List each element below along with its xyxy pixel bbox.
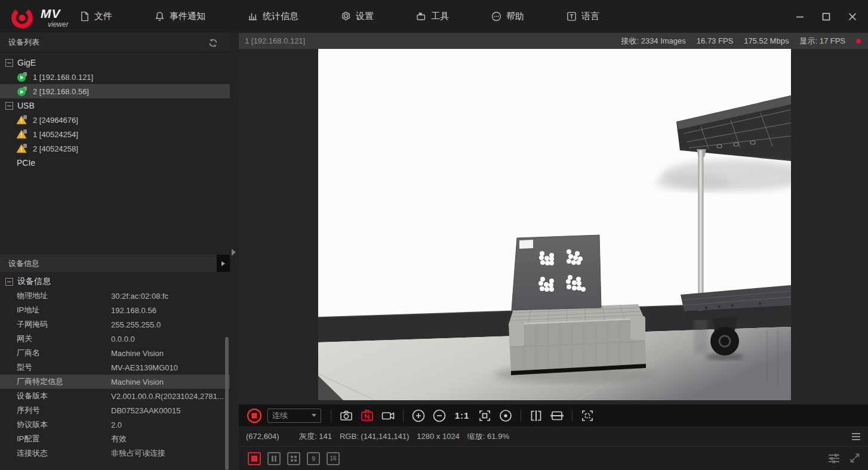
fit-window-button[interactable]	[477, 408, 493, 423]
layout-sixteen-button[interactable]: 16	[327, 452, 340, 465]
device-info-scrollbar[interactable]	[225, 337, 229, 470]
device-info-title: 设备信息	[8, 258, 39, 269]
menu-language[interactable]: 语言	[566, 11, 599, 22]
app-logo: MV viewer	[10, 3, 87, 30]
layout-four-button[interactable]	[287, 452, 300, 465]
corner-tools	[827, 452, 861, 464]
two-view-icon	[275, 456, 276, 462]
split-horizontal-button[interactable]	[549, 408, 565, 423]
info-label: 厂商名	[17, 348, 111, 358]
menu-help-label: 帮助	[506, 11, 524, 22]
main-view: 1 [192.168.0.121] 接收: 2334 Images 16.73 …	[239, 33, 868, 470]
info-label: 设备版本	[17, 391, 111, 401]
layout-nine-button[interactable]: 9	[307, 452, 320, 465]
maximize-button[interactable]	[813, 0, 839, 33]
view-tab[interactable]: 1 [192.168.0.121]	[245, 36, 305, 45]
file-icon	[79, 11, 90, 22]
menu-event-label: 事件通知	[170, 11, 205, 22]
info-row[interactable]: 网关0.0.0.0	[0, 332, 230, 346]
close-button[interactable]	[839, 0, 866, 33]
info-value: 192.168.0.56	[111, 306, 156, 315]
collapse-icon[interactable]	[5, 102, 13, 110]
device-item-usb-2[interactable]: 1 [40524254]	[0, 127, 230, 141]
device-group-usb[interactable]: USB	[0, 98, 230, 113]
info-label: 序列号	[17, 405, 111, 416]
layout-two-button[interactable]	[267, 452, 281, 465]
bell-icon	[154, 11, 165, 22]
trigger-mode-value: 连续	[272, 410, 288, 421]
bandwidth-value: 175.52 Mbps	[744, 36, 789, 45]
multi-view-button[interactable]	[580, 408, 595, 423]
record-button[interactable]	[380, 408, 396, 423]
device-info-expand-button[interactable]	[217, 255, 230, 272]
actual-size-button[interactable]: 1:1	[453, 408, 472, 423]
adjust-settings-icon[interactable]	[827, 452, 841, 464]
zoom-in-button[interactable]	[411, 408, 426, 423]
camera-warning-icon	[17, 143, 27, 154]
refresh-icon[interactable]	[207, 37, 219, 49]
gray-value: 灰度: 141	[299, 431, 332, 442]
menu-hamburger-icon[interactable]	[850, 431, 862, 443]
view-tab-bar: 1 [192.168.0.121] 接收: 2334 Images 16.73 …	[239, 33, 868, 49]
logo-text-mv: MV	[41, 7, 61, 21]
menu-settings[interactable]: 设置	[340, 11, 374, 22]
cursor-coordinates: (672,604)	[246, 432, 291, 441]
split-vertical-button[interactable]	[528, 408, 544, 423]
info-value: 有效	[111, 434, 127, 444]
group-label: GigE	[17, 58, 36, 67]
zoom-out-button[interactable]	[432, 408, 447, 423]
fullscreen-icon[interactable]	[849, 452, 861, 464]
info-row[interactable]: 设备版本V2.001.00.0.R(20231024,2781...	[0, 389, 230, 403]
stop-acquisition-button[interactable]	[247, 408, 262, 423]
device-label: 2 [40524258]	[33, 144, 78, 153]
device-group-pcie[interactable]: PCIe	[0, 156, 230, 170]
info-row[interactable]: IP配置有效	[0, 432, 230, 446]
trigger-mode-dropdown[interactable]: 连续	[267, 409, 321, 423]
device-item-gige-2-selected[interactable]: 2 [192.168.0.56]	[0, 84, 230, 98]
info-row[interactable]: IP地址192.168.0.56	[0, 303, 230, 317]
main-menu: 文件 事件通知 统计信息 设置	[79, 0, 599, 33]
center-view-button[interactable]	[498, 408, 513, 423]
menu-tools[interactable]: 工具	[415, 11, 449, 22]
one-to-one-label: 1:1	[455, 410, 470, 420]
menu-event-notification[interactable]: 事件通知	[154, 11, 205, 22]
device-item-usb-1[interactable]: 2 [24964676]	[0, 113, 230, 127]
menu-language-label: 语言	[581, 11, 599, 22]
info-row[interactable]: 连接状态非独占可读连接	[0, 446, 230, 460]
minimize-icon	[796, 13, 804, 21]
info-row[interactable]: 物理地址30:2f:ac:02:08:fc	[0, 289, 230, 303]
info-row[interactable]: 序列号DB07523AAK00015	[0, 403, 230, 418]
info-label: IP配置	[17, 434, 111, 444]
device-group-gige[interactable]: GigE	[0, 55, 230, 70]
info-row[interactable]: 厂商名Machine Vision	[0, 346, 230, 360]
info-row[interactable]: 协议版本2.0	[0, 418, 230, 432]
menu-statistics[interactable]: 统计信息	[247, 11, 298, 22]
device-item-usb-3[interactable]: 2 [40524258]	[0, 141, 230, 156]
menu-help[interactable]: 帮助	[491, 11, 524, 22]
info-value: Machine Vision	[111, 378, 164, 386]
collapse-icon[interactable]	[5, 59, 13, 67]
chevron-down-icon	[312, 414, 316, 417]
stop-icon	[247, 408, 262, 423]
collapse-icon[interactable]	[5, 278, 13, 286]
minimize-button[interactable]	[787, 0, 813, 33]
info-value: V2.001.00.0.R(20231024,2781...	[111, 392, 224, 401]
info-row[interactable]: 型号MV-AE3139MG010	[0, 360, 230, 375]
continuous-save-button[interactable]	[359, 408, 375, 423]
info-row[interactable]: 子网掩码255.255.255.0	[0, 317, 230, 332]
stream-statistics: 接收: 2334 Images 16.73 FPS 175.52 Mbps 显示…	[621, 33, 861, 49]
image-canvas[interactable]	[239, 49, 868, 404]
camera-connected-icon	[17, 72, 27, 82]
device-item-gige-1[interactable]: 1 [192.168.0.121]	[0, 70, 230, 84]
snapshot-button[interactable]	[338, 408, 354, 423]
layout-single-button[interactable]	[248, 452, 261, 465]
device-info-group-label: 设备信息	[17, 276, 51, 287]
info-row-selected[interactable]: 厂商特定信息Machine Vision	[0, 375, 230, 389]
device-label: 1 [192.168.0.121]	[33, 73, 93, 82]
info-value: MV-AE3139MG010	[111, 363, 178, 372]
sidebar-collapse-handle[interactable]	[232, 249, 236, 256]
device-info-group[interactable]: 设备信息	[0, 274, 230, 289]
info-value: Machine Vision	[111, 349, 164, 358]
camera-warning-icon	[17, 115, 27, 125]
menu-file[interactable]: 文件	[79, 11, 112, 22]
